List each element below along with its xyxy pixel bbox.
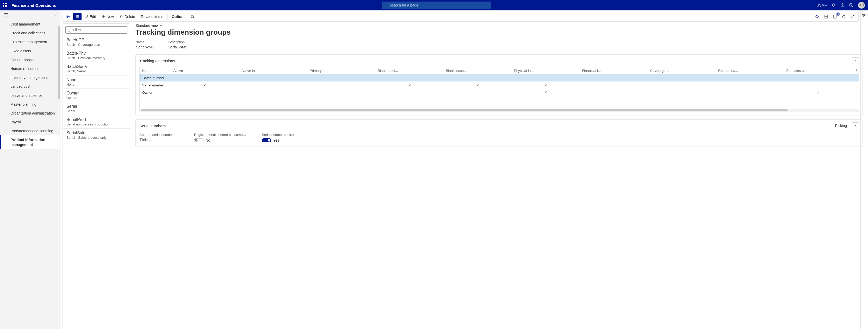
table-column-header[interactable]: For purcha...	[716, 67, 784, 74]
nav-item[interactable]: Inventory management	[0, 73, 60, 82]
description-field-value[interactable]: Serial WMS	[168, 44, 220, 50]
settings-icon[interactable]	[840, 3, 844, 7]
table-column-header[interactable]: Active	[172, 67, 239, 74]
list-item[interactable]: BatchSeriaBatch, Serial	[63, 62, 130, 75]
row-check-cell[interactable]	[307, 81, 375, 89]
nav-item[interactable]: Cost management	[0, 20, 60, 29]
row-check-cell[interactable]	[716, 81, 784, 89]
table-column-header[interactable]: Blank recei...	[376, 67, 444, 74]
table-row[interactable]: Serial number✓✓✓✓	[140, 81, 859, 89]
nav-item[interactable]: Fixed assets	[0, 46, 60, 56]
edit-button[interactable]: Edit	[82, 13, 98, 20]
row-check-cell[interactable]	[239, 74, 307, 82]
table-column-header[interactable]: Physical in...	[512, 67, 580, 74]
row-check-cell[interactable]: ✓	[512, 89, 580, 96]
row-check-cell[interactable]	[444, 74, 512, 82]
new-button[interactable]: New	[99, 13, 117, 20]
table-row[interactable]: Owner✓✓	[140, 89, 859, 96]
table-more-icon[interactable]: ⋮	[852, 67, 859, 74]
user-avatar[interactable]: AD	[858, 2, 865, 9]
table-row[interactable]: Batch number	[140, 74, 859, 82]
list-filter-input[interactable]	[65, 26, 127, 34]
list-item[interactable]: Batch-CPBatch - Coverage plan	[63, 36, 130, 49]
nav-item[interactable]: Landed cost	[0, 82, 60, 91]
row-check-cell[interactable]	[307, 89, 375, 96]
name-field-value[interactable]: SerialWMS	[135, 44, 160, 50]
table-column-header[interactable]: Primary st...	[307, 67, 375, 74]
nav-item[interactable]: Expense management	[0, 37, 60, 46]
nav-item[interactable]: Credit and collections	[0, 29, 60, 37]
nav-item[interactable]: Leave and absence	[0, 91, 60, 100]
row-check-cell[interactable]	[376, 74, 444, 82]
options-button[interactable]: Options	[169, 13, 188, 20]
delete-button[interactable]: Delete	[117, 13, 137, 20]
list-item[interactable]: NoneNone	[63, 75, 130, 89]
row-check-cell[interactable]: ✓	[444, 81, 512, 89]
nav-item[interactable]: Human resources	[0, 64, 60, 73]
row-check-cell[interactable]	[648, 89, 716, 96]
nav-item[interactable]: General ledger	[0, 56, 60, 64]
row-check-cell[interactable]	[580, 81, 648, 89]
pin-icon[interactable]	[53, 13, 57, 17]
row-check-cell[interactable]	[648, 81, 716, 89]
company-label[interactable]: USMF	[816, 3, 827, 7]
capture-serial-value[interactable]: Picking	[140, 137, 179, 143]
collapse-tracking-button[interactable]	[852, 57, 859, 64]
nav-item[interactable]: Product information management	[0, 135, 60, 149]
row-check-cell[interactable]: ✓	[512, 81, 580, 89]
list-item[interactable]: SerialProdSerial numbers in production	[63, 115, 130, 129]
row-check-cell[interactable]	[648, 74, 716, 82]
table-column-header[interactable]: Active in s...	[239, 67, 307, 74]
table-horizontal-scrollbar[interactable]	[140, 109, 859, 112]
nav-item[interactable]: Master planning	[0, 100, 60, 109]
list-view-button[interactable]	[73, 13, 82, 20]
table-column-header[interactable]: Financial i...	[580, 67, 648, 74]
attachments-icon[interactable]	[813, 13, 822, 20]
nav-item[interactable]: Organization administration	[0, 109, 60, 118]
page-options-icon[interactable]: 0	[831, 13, 839, 20]
serial-control-toggle[interactable]	[262, 138, 271, 142]
row-check-cell[interactable]	[716, 74, 784, 82]
list-item[interactable]: SerialSerial	[63, 102, 130, 115]
row-check-cell[interactable]	[307, 74, 375, 82]
global-search-input[interactable]	[382, 2, 491, 9]
row-check-cell[interactable]	[580, 74, 648, 82]
row-check-cell[interactable]	[512, 74, 580, 82]
popout-icon[interactable]	[848, 13, 857, 20]
register-serials-toggle[interactable]	[194, 138, 204, 142]
nav-item[interactable]: Procurement and sourcing	[0, 127, 60, 135]
row-check-cell[interactable]	[784, 74, 852, 82]
row-check-cell[interactable]	[580, 89, 648, 96]
row-check-cell[interactable]	[239, 89, 307, 96]
nav-item[interactable]: Payroll	[0, 118, 60, 127]
table-column-header[interactable]: For sales p...	[784, 67, 852, 74]
table-column-header[interactable]: Name	[140, 67, 172, 74]
filter-pane-icon[interactable]	[862, 13, 866, 19]
list-item[interactable]: SerialSaleSerial - Sales process only	[63, 129, 130, 142]
app-launcher-icon[interactable]	[3, 3, 7, 7]
related-items-button[interactable]: Related items	[138, 13, 166, 20]
refresh-icon[interactable]	[840, 13, 848, 20]
nav-scrollbar[interactable]	[58, 26, 60, 99]
table-column-header[interactable]: Coverage ...	[648, 67, 716, 74]
search-toolbar-button[interactable]	[189, 13, 197, 20]
table-column-header[interactable]: Blank issue...	[444, 67, 512, 74]
row-check-cell[interactable]	[376, 89, 444, 96]
back-button[interactable]	[64, 13, 73, 20]
help-icon[interactable]	[849, 3, 854, 7]
row-check-cell[interactable]	[784, 81, 852, 89]
list-item[interactable]: Batch-PhyBatch - Physical inventory	[63, 49, 130, 62]
list-item[interactable]: OwnerOwner	[63, 89, 130, 102]
row-check-cell[interactable]	[444, 89, 512, 96]
view-selector[interactable]: Standard view	[135, 24, 863, 28]
row-check-cell[interactable]: ✓	[172, 81, 239, 89]
office-icon[interactable]	[822, 13, 830, 20]
row-check-cell[interactable]	[172, 89, 239, 96]
row-check-cell[interactable]	[239, 81, 307, 89]
row-check-cell[interactable]: ✓	[784, 89, 852, 96]
row-check-cell[interactable]	[716, 89, 784, 96]
collapse-serial-button[interactable]	[852, 122, 859, 129]
row-check-cell[interactable]	[172, 74, 239, 82]
row-check-cell[interactable]: ✓	[376, 81, 444, 89]
hamburger-icon[interactable]	[4, 13, 8, 17]
